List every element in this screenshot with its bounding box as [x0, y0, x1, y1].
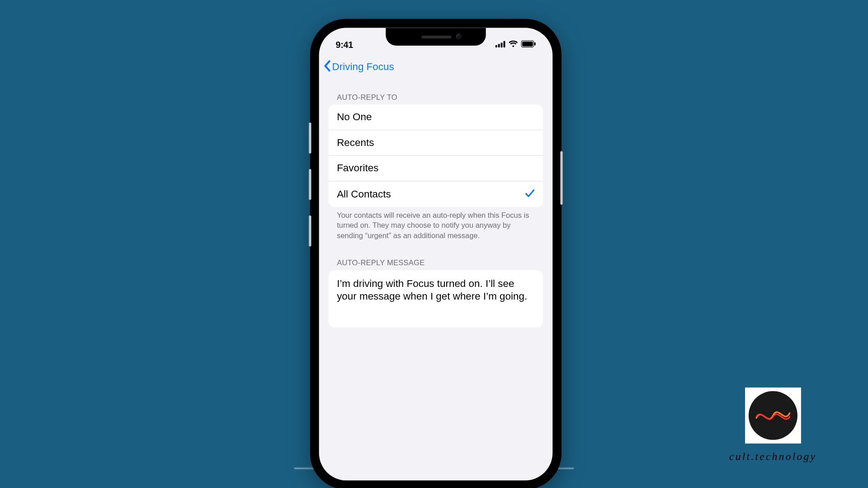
- section-header-auto-reply-to: AUTO-REPLY TO: [329, 90, 543, 105]
- nav-bar: Driving Focus: [319, 55, 553, 79]
- option-all-contacts[interactable]: All Contacts: [329, 182, 543, 207]
- option-label: Favorites: [337, 162, 378, 174]
- chevron-left-icon: [323, 60, 332, 75]
- back-button[interactable]: Driving Focus: [323, 60, 394, 75]
- brand-logo-icon: [749, 391, 797, 440]
- brand-badge: [745, 388, 801, 444]
- auto-reply-to-group: No One Recents Favorites All Contacts: [329, 105, 543, 207]
- settings-content: AUTO-REPLY TO No One Recents Favorites A…: [319, 83, 553, 480]
- checkmark-icon: [525, 188, 535, 201]
- auto-reply-message-field[interactable]: I’m driving with Focus turned on. I’ll s…: [329, 270, 543, 327]
- watermark: cult.technology: [729, 388, 816, 463]
- cellular-icon: [495, 39, 505, 50]
- svg-rect-6: [534, 42, 536, 46]
- battery-icon: [521, 39, 536, 50]
- front-camera: [456, 34, 462, 40]
- option-favorites[interactable]: Favorites: [329, 156, 543, 182]
- status-time: 9:41: [336, 39, 354, 49]
- auto-reply-message-text: I’m driving with Focus turned on. I’ll s…: [337, 278, 527, 302]
- wifi-icon: [509, 39, 518, 50]
- back-label: Driving Focus: [332, 61, 394, 73]
- svg-rect-0: [495, 45, 497, 47]
- phone-notch: [386, 28, 486, 46]
- phone-screen: 9:41 Dri: [319, 28, 553, 481]
- section-footer-auto-reply-to: Your contacts will receive an auto-reply…: [329, 207, 543, 241]
- svg-rect-2: [501, 43, 503, 48]
- option-label: All Contacts: [337, 188, 391, 200]
- section-header-auto-reply-message: AUTO-REPLY MESSAGE: [329, 255, 543, 270]
- svg-rect-1: [498, 44, 500, 47]
- brand-label: cult.technology: [729, 450, 816, 463]
- option-recents[interactable]: Recents: [329, 130, 543, 156]
- option-label: Recents: [337, 137, 374, 149]
- phone-frame: 9:41 Dri: [311, 20, 560, 488]
- speaker-grille: [421, 35, 451, 38]
- svg-rect-5: [522, 42, 533, 47]
- svg-rect-3: [504, 41, 505, 47]
- option-no-one[interactable]: No One: [329, 105, 543, 131]
- option-label: No One: [337, 111, 372, 123]
